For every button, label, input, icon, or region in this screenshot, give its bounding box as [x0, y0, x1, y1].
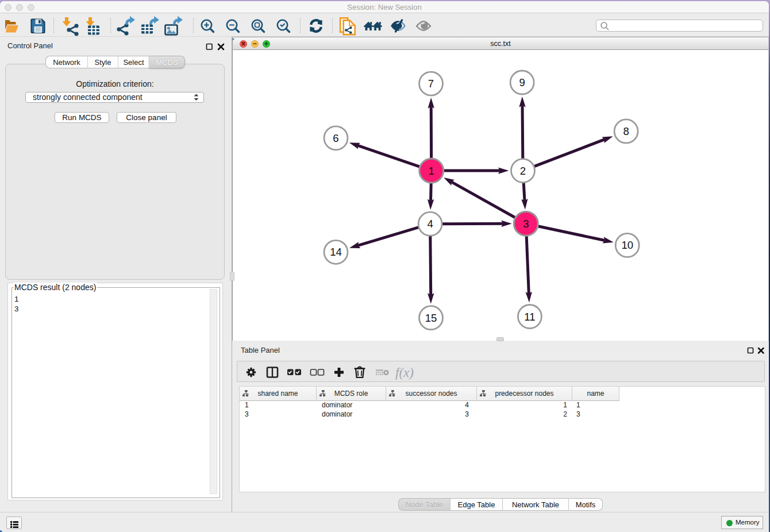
svg-text:2: 2: [520, 165, 526, 177]
svg-text:9: 9: [519, 76, 525, 88]
svg-text:15: 15: [425, 312, 437, 324]
svg-text:f(x): f(x): [395, 365, 414, 380]
svg-text:1: 1: [429, 165, 434, 177]
svg-text:10: 10: [621, 239, 633, 251]
svg-text:6: 6: [333, 132, 338, 144]
svg-text:7: 7: [428, 78, 434, 90]
svg-text:14: 14: [330, 246, 342, 258]
svg-text:11: 11: [524, 311, 535, 323]
svg-text:8: 8: [623, 125, 629, 137]
svg-text:3: 3: [523, 218, 529, 230]
svg-text:4: 4: [427, 218, 433, 230]
